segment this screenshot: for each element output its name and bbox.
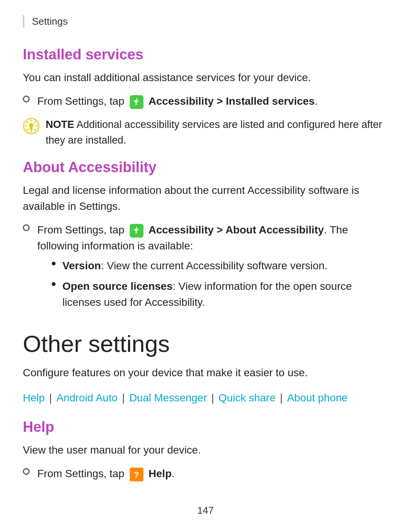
svg-line-7 [35,129,36,131]
svg-rect-12 [30,129,32,130]
link-android-auto[interactable]: Android Auto [56,392,117,404]
about-accessibility-title: About Accessibility [23,159,388,176]
svg-line-9 [27,129,28,131]
lightbulb-icon [23,118,40,134]
other-settings-title: Other settings [23,330,388,357]
installed-services-body: You can install additional assistance se… [23,70,388,86]
help-title: Help [23,419,388,435]
installed-services-step1: From Settings, tap Accessibility > Insta… [23,93,388,109]
installed-services-step1-text: From Settings, tap Accessibility > Insta… [37,93,318,109]
svg-point-0 [136,98,137,100]
circle-bullet-icon-3 [23,468,30,475]
help-section: Help View the user manual for your devic… [23,419,388,482]
about-accessibility-step1: From Settings, tap Accessibility > About… [23,222,388,315]
svg-line-6 [27,122,28,123]
note-text: NOTE Additional accessibility services a… [46,117,388,148]
about-accessibility-body: Legal and license information about the … [23,182,388,214]
link-dual-messenger[interactable]: Dual Messenger [129,392,207,404]
svg-rect-11 [30,128,33,129]
circle-bullet-icon-2 [23,224,30,231]
about-accessibility-section: About Accessibility Legal and license in… [23,159,388,315]
help-step1: From Settings, tap ? Help. [23,466,388,482]
note-box: NOTE Additional accessibility services a… [23,117,388,148]
about-accessibility-step1-content: From Settings, tap Accessibility > About… [37,222,388,315]
about-accessibility-list: From Settings, tap Accessibility > About… [23,222,388,315]
other-settings-links: Help | Android Auto | Dual Messenger | Q… [23,388,388,407]
header-label: Settings [32,16,68,27]
svg-point-10 [29,123,33,128]
other-settings-body: Configure features on your device that m… [23,365,388,381]
help-step1-text: From Settings, tap ? Help. [37,466,175,482]
page-number: 147 [23,505,388,516]
other-settings-section: Other settings Configure features on you… [23,330,388,407]
sub-item-version: Version: View the current Accessibility … [52,258,388,274]
dot-bullet-icon-2 [52,282,56,286]
accessibility-icon-1 [130,95,143,109]
svg-line-8 [35,122,36,123]
link-about-phone[interactable]: About phone [287,392,348,404]
link-quick-share[interactable]: Quick share [218,392,275,404]
link-help[interactable]: Help [23,392,45,404]
about-accessibility-sub-list: Version: View the current Accessibility … [52,258,388,310]
page-header: Settings [23,15,388,27]
installed-services-list: From Settings, tap Accessibility > Insta… [23,93,388,109]
help-body: View the user manual for your device. [23,442,388,458]
installed-services-title: Installed services [23,46,388,63]
help-list: From Settings, tap ? Help. [23,466,388,482]
help-icon: ? [130,468,143,481]
svg-point-13 [136,227,137,228]
dot-bullet-icon-1 [52,262,56,265]
installed-services-section: Installed services You can install addit… [23,46,388,148]
sub-item-open-source: Open source licenses: View information f… [52,278,388,310]
circle-bullet-icon [23,96,30,102]
accessibility-icon-2 [130,224,143,238]
